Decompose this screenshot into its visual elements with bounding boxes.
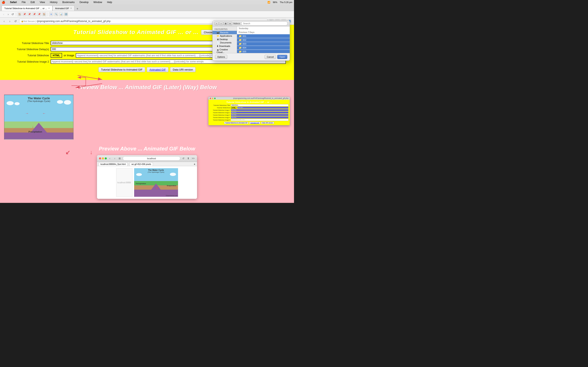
mini-tl-yellow [102,157,104,159]
tab-bar: Tutorial Slideshow to Animated GIF ... o… [0,4,294,11]
mini-address-bar[interactable]: localhost [123,156,180,160]
tab-close-btn[interactable]: ✕ [48,7,50,9]
addr-forward[interactable]: › [8,19,12,23]
menu-help[interactable]: Help [106,1,113,4]
toolbar-row: ‹ › ↺ 🏠 📌 📌 📌 📌 🏠 G 🔍 📊 ℹ️ [0,11,294,17]
toolbar-icon-1[interactable]: 🏠 [17,12,22,17]
mini-grid[interactable]: ⊞ [118,157,121,160]
menu-file[interactable]: File [21,1,26,4]
thumb-btn-1[interactable]: Tutorial Slideshow to Animated GIF [224,122,249,124]
thumb-tl-green [214,98,216,99]
thumb-btn-3[interactable]: Data URI version [261,122,274,124]
slideshow-label: Tutorial Slideshow [8,54,49,57]
water-cycle-title: The Water Cycle [4,95,73,100]
addr-reload[interactable]: ↺ [13,19,17,23]
mini-reload[interactable]: ↺ [182,157,185,160]
tab-2[interactable]: Animated GIF ✕ [52,6,75,11]
mini-more[interactable]: >> [191,157,195,160]
file-dialog[interactable]: ‹ › ⊞ ≡ htdocs Favourites 📷 Recents 📁 Ap… [212,20,290,61]
folder-item-001[interactable]: 📁 001 [237,34,290,38]
toolbar-icon-info[interactable]: ℹ️ [64,12,68,17]
menu-view[interactable]: View [39,1,46,4]
thumb-html: HTML [231,107,236,109]
toolbar-icon-g[interactable]: G [49,12,53,17]
forward-btn[interactable]: › [6,12,10,16]
mini-left-url: localhost:8888/ [117,182,131,184]
file-dialog-open-btn[interactable]: Open [277,55,287,59]
toolbar-icon-6[interactable]: 🏠 [42,12,46,17]
mini-share[interactable]: ⬆ [186,157,190,160]
folder-item-002[interactable]: 📁 002 [237,38,290,42]
tab-2-close-btn[interactable]: ✕ [70,7,72,9]
delay-label: Tutorial Slideshow Delay(s) [8,48,49,51]
menu-history[interactable]: History [49,1,58,4]
thumb-img4-field: http://rjm... [231,117,288,118]
mini-new-tab-btn[interactable]: + [194,162,195,166]
sidebar-item-applications[interactable]: 📁 Applications [213,34,237,38]
thumb-tl-yellow [212,98,213,99]
mini-cloud-right [170,173,176,176]
clock: Thu 5:26 pm [280,1,292,3]
folder-item-004[interactable]: 📁 004 [237,46,290,50]
folder-item-005[interactable]: 📁 005 [237,50,290,53]
sidebar-item-documents[interactable]: 📄 Documents [213,41,237,44]
menu-develop[interactable]: Develop [79,1,89,4]
toolbar-icon-5[interactable]: 📌 [37,12,42,17]
thumb-row-img1: Tutorial Slideshow Image 1 http://rjm... [210,109,288,111]
thumb-label-img1: Tutorial Slideshow Image 1 [210,109,230,111]
mini-tl-green [105,157,107,159]
file-dialog-grid[interactable]: ⊞ [224,22,228,25]
menu-window[interactable]: Window [93,1,103,4]
sidebar-item-recents[interactable]: 📷 Recents [213,31,237,34]
toolbar-icon-3[interactable]: 📌 [27,12,32,17]
back-btn[interactable]: ‹ [2,12,6,16]
thumb-row-slideshow: Tutorial Slideshow HTML http://rjm... [210,107,288,109]
file-dialog-options-btn[interactable]: Options [215,55,227,59]
mini-tab-2[interactable]: wc.gif 452×306 pixels [130,162,153,166]
toolbar-icon-search[interactable]: 🔍 [54,12,58,17]
data-uri-btn[interactable]: Data URI version [170,67,196,72]
screenshot-thumb-bar: rjmprogramming.com.au/PHP/animegif/tutor… [208,97,290,100]
folder-item-003[interactable]: 📁 003 [237,42,290,46]
thumb-img5-field: Append this empty area... [231,119,288,121]
clouds-left [7,101,20,105]
animated-gif-btn[interactable]: Tutorial Slideshow to Animated GIF [98,67,145,72]
file-dialog-list[interactable]: ≡ [228,22,232,25]
mini-forward[interactable]: › [113,157,117,160]
folder-icon-5: 📁 [239,50,242,53]
clouds-right [57,100,71,105]
toolbar-icon-4[interactable]: 📌 [32,12,36,17]
addr-back[interactable]: ‹ [2,19,6,23]
animated-gif-link[interactable]: Animated GIF [147,67,168,72]
thumb-url-field: http://rjm... [237,107,288,109]
or-image-text: or Image [64,54,74,57]
sidebar-item-desktop[interactable]: 🖥 Desktop [213,38,237,41]
menu-safari[interactable]: Safari [9,1,17,4]
sidebar-item-downloads[interactable]: ⬇ Downloads [213,44,237,48]
reload-btn[interactable]: ↺ [11,12,15,16]
sidebar-item-creative-cloud[interactable]: ☁ Creative Cloud... [213,48,237,54]
apple-menu[interactable]: 🍎 [2,1,5,4]
thumb-form-rows: Tutorial Slideshow Title slideshow... Tu… [210,104,288,124]
screenshot-thumb-content: Tutorial Slideshow to Animated GIF ... o… [208,100,290,125]
new-tab-button[interactable]: + [75,7,79,11]
mini-tab-bar: localhost:8888/lm_flyer.html | wc.gif 45… [97,162,197,166]
tab-active[interactable]: Tutorial Slideshow to Animated GIF ... o… [2,6,52,11]
mini-evaporation: Evaporation [167,185,176,187]
thumb-row-1: Tutorial Slideshow Title slideshow... [210,104,288,106]
mini-browser-content: localhost:8888/ The Water Cycle (The Hyd… [97,166,197,199]
file-dialog-forward[interactable]: › [219,22,223,25]
menu-bookmarks[interactable]: Bookmarks [62,1,76,4]
thumb-btn-2[interactable]: Animated GIF [249,122,260,124]
mini-back[interactable]: ‹ [108,157,112,160]
file-dialog-back[interactable]: ‹ [215,22,219,25]
menu-edit[interactable]: Edit [30,1,36,4]
mini-transpiration: Transpiration [136,183,146,184]
toolbar-icon-2[interactable]: 📌 [22,12,27,17]
mini-tab-1[interactable]: localhost:8888/lm_flyer.html [99,162,127,166]
file-dialog-cancel-btn[interactable]: Cancel [265,55,276,59]
toolbar-icon-chart[interactable]: 📊 [59,12,63,17]
file-dialog-search[interactable] [241,21,288,25]
mini-water-container: The Water Cycle (The Hydrologic Cycle) [134,168,178,197]
thumb-url: rjmprogramming.com.au/PHP/animegif/tutor… [233,97,288,99]
